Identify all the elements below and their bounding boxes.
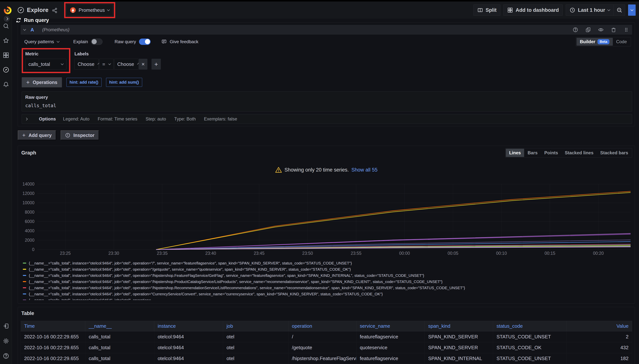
column-header-instance[interactable]: instance (154, 321, 223, 332)
table-cell: / (288, 332, 356, 342)
column-header-time[interactable]: Time (21, 321, 85, 332)
graph-mode-stacked-lines[interactable]: Stacked lines (561, 149, 597, 157)
chevron-down-icon (608, 8, 610, 11)
starred-icon[interactable] (3, 38, 9, 44)
chevron-right-icon (25, 118, 28, 120)
add-label-button[interactable]: + (152, 59, 161, 70)
collapse-chevron-icon[interactable] (23, 28, 26, 31)
column-header-status-code[interactable]: status_code (493, 321, 566, 332)
chart-canvas[interactable]: 0200040006000800010000120001400023:2523:… (20, 178, 632, 257)
drag-handle-icon[interactable] (624, 27, 629, 32)
help-icon[interactable] (3, 353, 9, 359)
grafana-logo[interactable] (3, 6, 12, 14)
graph-mode-bars[interactable]: Bars (524, 149, 541, 157)
tab-builder[interactable]: Builder Beta (576, 38, 613, 46)
query-hint-button[interactable]: hint: add sum() (106, 78, 142, 87)
legend-label: {__name__="calls_total", instance="otelc… (29, 261, 352, 266)
results-table: Time__name__instancejoboperationservice_… (20, 321, 632, 364)
graph-mode-points[interactable]: Points (541, 149, 561, 157)
table-cell: otel (223, 353, 288, 364)
legend-color-swatch (23, 262, 26, 264)
legend-item[interactable]: {__name__="calls_total", instance="otelc… (23, 278, 632, 285)
time-series-chart[interactable]: 0200040006000800010000120001400023:2523:… (20, 178, 632, 258)
close-icon: × (142, 61, 145, 67)
table-cell: otel (223, 332, 288, 342)
share-icon[interactable] (52, 8, 58, 13)
column-header-span-kind[interactable]: span_kind (425, 321, 493, 332)
time-range-button[interactable]: Last 1 hour (566, 5, 614, 16)
remove-label-button[interactable]: × (139, 59, 148, 70)
explain-toggle[interactable] (91, 38, 102, 45)
add-to-dashboard-button[interactable]: Add to dashboard (504, 4, 563, 16)
labels-label: Labels (74, 51, 161, 56)
column-header-service-name[interactable]: service_name (356, 321, 425, 332)
split-button[interactable]: Split (474, 4, 500, 16)
column-header-operation[interactable]: operation (288, 321, 356, 332)
query-builder-body: Metric calls_total Labels Choose = (20, 48, 632, 124)
top-navigation: Explore Prometheus Split (0, 2, 639, 19)
table-row: 2022-10-16 00:22:29.655calls_totalotelco… (21, 332, 632, 342)
table-cell: 2022-10-16 00:22:29.655 (21, 353, 85, 364)
tab-code[interactable]: Code (613, 38, 630, 46)
explore-compass-icon[interactable] (3, 66, 9, 73)
query-options-row[interactable]: Options Legend: AutoFormat: Time seriesS… (22, 114, 632, 124)
delete-query-trash-icon[interactable] (611, 27, 616, 32)
give-feedback-link[interactable]: Give feedback (162, 39, 198, 44)
graph-panel-title: Graph (20, 149, 37, 157)
hide-query-eye-icon[interactable] (598, 27, 604, 32)
table-cell: 2022-10-16 00:22:29.655 (21, 332, 85, 342)
inspector-button[interactable]: Inspector (60, 130, 99, 140)
alerting-bell-icon[interactable] (3, 81, 9, 88)
svg-text:23:35: 23:35 (157, 251, 168, 256)
legend-item[interactable]: {__name__="calls_total", instance="otelc… (23, 260, 632, 266)
sidebar-expand-button[interactable] (3, 15, 10, 22)
legend-item[interactable]: {__name__="calls_total", instance="otelc… (23, 285, 632, 291)
metric-select[interactable]: calls_total (25, 59, 66, 70)
warning-triangle-icon (275, 166, 282, 173)
query-hint-button[interactable]: hint: add rate() (66, 78, 102, 87)
svg-text:00:10: 00:10 (496, 251, 507, 256)
query-help-icon[interactable] (572, 27, 578, 32)
run-query-dropdown[interactable] (628, 4, 636, 16)
graph-mode-lines[interactable]: Lines (506, 149, 524, 157)
legend-item[interactable]: {__name__="calls_total", instance="otelc… (23, 291, 632, 297)
table-cell: 2022-10-16 00:22:29.655 (21, 342, 85, 353)
table-cell: 2 (566, 332, 632, 342)
legend-item[interactable]: {__name__="calls_total", instance="otelc… (23, 272, 632, 278)
label-key-select[interactable]: Choose (74, 59, 99, 70)
run-query-button-group: Run query (628, 4, 636, 16)
table-cell: 182 (566, 353, 632, 364)
add-operation-button[interactable]: + Operations (22, 77, 62, 87)
options-summary-item: Legend: Auto (63, 116, 90, 122)
label-value-select[interactable]: Choose (114, 59, 138, 70)
plus-icon: + (26, 79, 30, 86)
time-range-picker: Last 1 hour (566, 4, 625, 16)
page-title: Explore (27, 7, 48, 14)
duplicate-query-icon[interactable] (585, 27, 591, 32)
legend-item[interactable]: {__name__="calls_total", instance="otelc… (23, 297, 632, 300)
graph-mode-stacked-bars[interactable]: Stacked bars (597, 149, 632, 157)
query-row-header[interactable]: A (Prometheus) (20, 25, 632, 34)
sign-in-icon[interactable] (3, 323, 9, 329)
add-query-button[interactable]: + Add query (18, 130, 56, 140)
zoom-out-time-button[interactable] (614, 5, 625, 16)
dashboards-icon[interactable] (3, 52, 9, 58)
column-header--name-[interactable]: __name__ (85, 321, 154, 332)
column-header-job[interactable]: job (223, 321, 288, 332)
legend-item[interactable]: {__name__="calls_total", instance="otelc… (23, 266, 632, 272)
legend-color-swatch (23, 269, 26, 270)
column-header-value[interactable]: Value (566, 321, 632, 332)
label-operator-select[interactable]: = (99, 59, 114, 70)
options-summary-item: Exemplars: false (204, 116, 237, 122)
table-cell: otelcol:9464 (154, 342, 223, 353)
raw-query-toggle[interactable] (139, 38, 150, 45)
query-patterns-dropdown[interactable]: Query patterns (24, 39, 59, 44)
search-icon[interactable] (3, 23, 9, 29)
legend-color-swatch (23, 275, 26, 276)
settings-gear-icon[interactable] (3, 338, 9, 344)
editor-mode-switch: Builder Beta Code (576, 37, 631, 46)
table-row: 2022-10-16 00:22:29.655calls_totalotelco… (21, 342, 632, 353)
warning-text: Showing only 20 time series. (284, 167, 349, 173)
datasource-picker[interactable]: Prometheus (66, 4, 113, 16)
show-all-series-link[interactable]: Show all 55 (352, 167, 378, 173)
